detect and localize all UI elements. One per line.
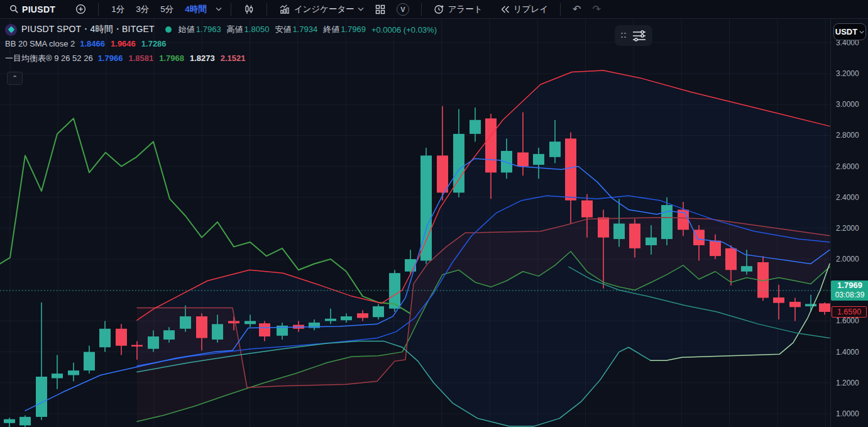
undo-icon: ↶ [573,4,581,14]
compare-add-button[interactable] [71,2,91,16]
indicator-value: 1.8466 [80,39,105,48]
close-label: 終値 [323,25,339,34]
top-toolbar: PIUSDT 1分3分5分4時間 [0,0,868,19]
axis-tick-label: 1.4000 [836,348,859,357]
indicator-values: 1.79661.85811.79681.82732.1521 [98,53,246,63]
axis-tick-label: 1.2000 [836,379,859,387]
ohlc-values: 始値1.7963 高値1.8050 安値1.7934 終値1.7969 [179,24,366,35]
indicator-value: 1.8581 [128,53,153,63]
symbol-name: PIUSDT [22,4,55,14]
v-letter: V [400,6,405,13]
axis-tick-label: 2.8000 [836,131,859,140]
axis-tick-label: 1.6000 [836,316,859,325]
candlestick-icon [243,4,255,15]
interval-button-2[interactable]: 5分 [155,2,179,17]
indicator-legend-rows: BB 20 SMA close 21.84661.96461.7286一目均衡表… [5,36,437,65]
indicator-value: 1.7968 [159,53,184,63]
redo-icon: ↷ [592,4,600,14]
chevron-down-icon [358,7,364,11]
replay-label: リプレイ [514,4,548,15]
axis-tick-label: 1.0000 [836,409,859,418]
indicator-title: 一目均衡表® 9 26 52 26 [5,53,93,64]
low-value: 1.7934 [292,25,317,34]
indicator-value: 2.1521 [221,53,246,63]
plus-circle-icon [75,4,86,14]
symbol-logo [5,24,17,36]
indicators-label: インジケーター [294,4,354,15]
price-axis[interactable]: 3.40003.20003.00002.80002.60002.40002.20… [830,19,868,427]
interval-button-3[interactable]: 4時間 [180,2,212,17]
legend-symbol-title[interactable]: PIUSDT SPOT・4時間・BITGET [21,24,155,35]
indicator-title: BB 20 SMA close 2 [5,39,75,48]
layout-grid-button[interactable] [371,3,390,16]
indicator-row-1[interactable]: 一目均衡表® 9 26 52 261.79661.85811.79681.827… [5,51,437,65]
layout-v-button[interactable]: V [392,1,414,18]
currency-toggle-button[interactable]: USDT [833,23,866,40]
indicator-row-0[interactable]: BB 20 SMA close 21.84661.96461.7286 [5,36,437,51]
open-value: 1.7963 [196,25,221,34]
current-price-badge: 1.7969 03:08:39 [831,280,868,301]
interval-button-0[interactable]: 1分 [106,2,129,17]
interval-button-1[interactable]: 3分 [131,2,154,17]
toolbar-divider [560,3,561,16]
high-label: 高値 [227,25,243,34]
low-label: 安値 [275,25,291,34]
undo-button[interactable]: ↶ [568,3,585,16]
alert-clock-icon [434,4,445,15]
axis-tick-label: 2.2000 [836,224,859,233]
price-chart-canvas[interactable] [0,19,830,427]
rewind-icon [500,5,510,14]
axis-tick-label: 2.4000 [836,193,859,202]
market-status-dot[interactable] [165,26,172,33]
interval-dropdown-button[interactable] [214,5,223,13]
redo-button[interactable]: ↷ [588,3,605,16]
price-change: +0.0006 (+0.03%) [371,25,437,35]
axis-tick-label: 2.0000 [836,255,859,263]
high-value: 1.8050 [244,25,270,34]
search-icon [9,4,19,14]
open-label: 始値 [179,25,195,34]
alert-price-badge[interactable]: 1.6590 [832,306,867,318]
indicator-value: 1.7966 [98,53,123,63]
indicators-button[interactable]: インジケーター [275,2,368,17]
indicator-values: 1.84661.96461.7286 [80,39,166,48]
close-value: 1.7969 [341,25,366,34]
symbol-search-button[interactable]: PIUSDT [5,3,60,16]
indicators-icon [279,4,291,14]
indicator-value: 1.7286 [141,39,167,48]
toolbar-divider [231,3,231,16]
interval-group: 1分3分5分4時間 [106,2,212,17]
legend-collapse-button[interactable]: ⌃ [7,72,23,85]
current-price-value: 1.7969 [831,280,868,291]
bar-countdown: 03:08:39 [831,291,868,300]
alert-button[interactable]: アラート [429,2,487,17]
axis-tick-label: 3.0000 [836,100,859,109]
grid-layout-icon [375,4,385,14]
chart-pane[interactable]: PIUSDT SPOT・4時間・BITGET 始値1.7963 高値1.8050… [0,19,830,427]
toolbar-divider [98,3,99,16]
currency-label: USDT [835,27,857,36]
main-area: PIUSDT SPOT・4時間・BITGET 始値1.7963 高値1.8050… [0,19,868,427]
alert-label: アラート [448,4,483,15]
indicator-value: 1.8273 [190,53,215,63]
trading-chart-app: PIUSDT 1分3分5分4時間 [0,0,868,427]
settings-sliders-icon[interactable] [632,30,647,42]
chart-style-button[interactable] [239,2,259,17]
axis-tick-label: 3.2000 [836,69,859,78]
drag-handle-icon[interactable] [620,31,626,40]
chevron-down-icon [216,7,222,11]
v-circle-icon: V [397,3,409,16]
replay-button[interactable]: リプレイ [496,2,552,17]
indicator-value: 1.9646 [111,39,136,48]
toolbar-divider [266,3,267,16]
toolbar-divider [421,3,422,16]
chevron-down-icon [859,30,864,34]
floating-mini-toolbar[interactable] [615,25,652,46]
chart-legend: PIUSDT SPOT・4時間・BITGET 始値1.7963 高値1.8050… [5,23,437,65]
axis-tick-label: 2.6000 [836,162,859,171]
